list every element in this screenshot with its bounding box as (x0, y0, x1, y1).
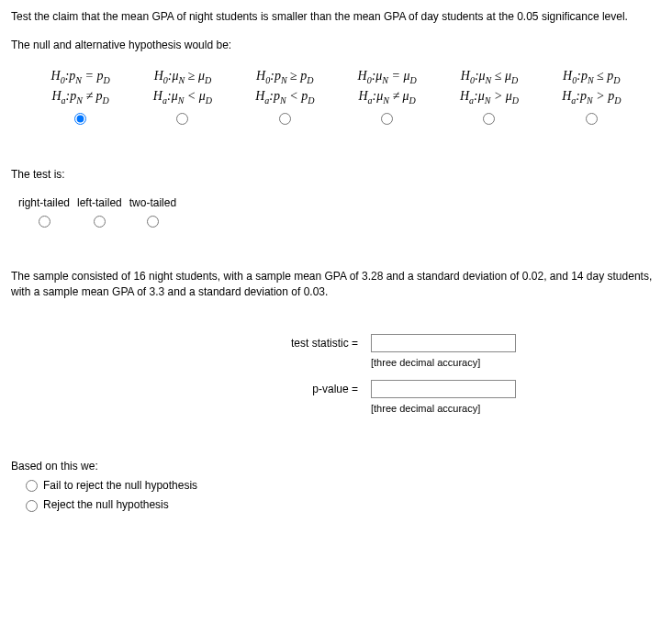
tail-two-radio[interactable] (147, 216, 159, 228)
hypotheses-row: H0:pN = pD Ha:pN ≠ pD H0:μN ≥ μD Ha:μN <… (11, 67, 661, 108)
hyp-radio-1[interactable] (74, 113, 86, 125)
tail-left-radio[interactable] (94, 216, 106, 228)
conclusion-fail-radio[interactable] (26, 480, 38, 492)
conclusion-fail-label: Fail to reject the null hypothesis (43, 478, 197, 494)
test-is-label: The test is: (11, 167, 661, 183)
hyp-option-5: H0:μN ≤ μD Ha:μN > μD (460, 67, 519, 108)
calc-table: test statistic = [three decimal accuracy… (11, 328, 523, 422)
hypothesis-radios (11, 111, 661, 129)
p-value-input[interactable] (371, 380, 516, 398)
sample-description: The sample consisted of 16 night student… (11, 269, 661, 301)
hypothesis-intro: The null and alternative hypothesis woul… (11, 38, 661, 53)
conclusion-reject-radio[interactable] (26, 500, 38, 512)
tail-right-radio[interactable] (39, 216, 50, 228)
conclusion-intro: Based on this we: (11, 459, 661, 474)
hyp-radio-5[interactable] (483, 113, 495, 125)
conclusion-block: Based on this we: Fail to reject the nul… (11, 459, 661, 514)
hyp-option-3: H0:pN ≥ pD Ha:pN < pD (255, 67, 314, 108)
tail-left-label: left-tailed (77, 195, 122, 211)
hyp-option-2: H0:μN ≥ μD Ha:μN < μD (153, 67, 212, 108)
tail-row: right-tailed left-tailed two-tailed (18, 195, 661, 232)
test-statistic-hint: [three decimal accuracy] (371, 356, 516, 371)
hyp-radio-4[interactable] (381, 113, 393, 125)
hyp-option-6: H0:pN ≤ pD Ha:pN > pD (562, 67, 621, 108)
hyp-radio-3[interactable] (279, 113, 291, 125)
conclusion-reject-label: Reject the null hypothesis (43, 497, 169, 513)
hyp-option-1: H0:pN = pD Ha:pN ≠ pD (51, 67, 110, 108)
p-value-label: p-value = (13, 376, 364, 420)
hyp-radio-6[interactable] (586, 113, 598, 125)
p-value-hint: [three decimal accuracy] (371, 402, 516, 417)
test-statistic-label: test statistic = (13, 330, 364, 374)
tail-right-label: right-tailed (18, 195, 70, 211)
test-statistic-input[interactable] (371, 334, 516, 352)
tail-two-label: two-tailed (129, 195, 176, 211)
hyp-radio-2[interactable] (176, 113, 188, 125)
question-intro: Test the claim that the mean GPA of nigh… (11, 9, 661, 25)
hyp-option-4: H0:μN = μD Ha:μN ≠ μD (358, 67, 417, 108)
